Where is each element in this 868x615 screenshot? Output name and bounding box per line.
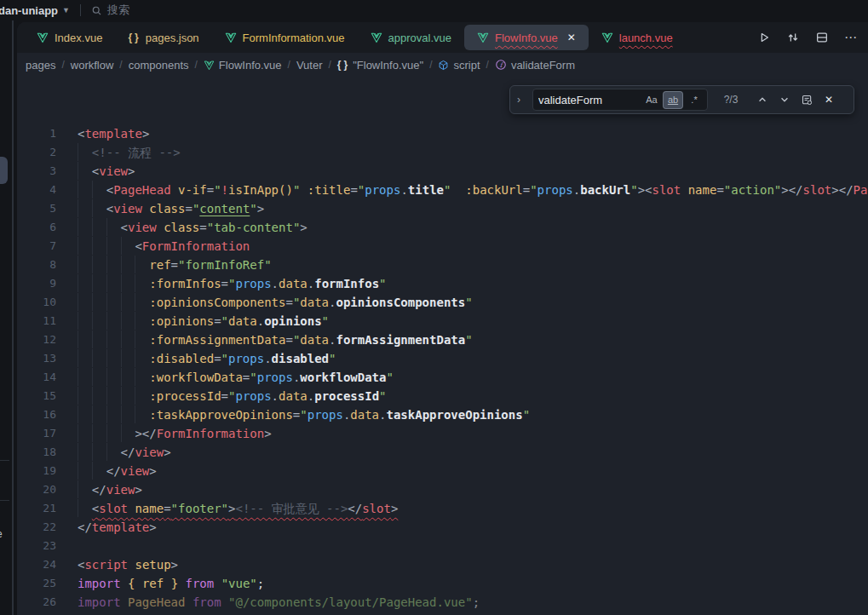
- vue-icon: [37, 32, 49, 43]
- line-number: 4: [17, 181, 56, 199]
- code-line: 26import PageHead from "@/components/lay…: [17, 593, 868, 612]
- tab-label: FormInformation.vue: [243, 32, 345, 44]
- breadcrumb-separator: /: [429, 59, 432, 71]
- code-editor[interactable]: 1<template>2<!-- 流程 -->3<view>4<PageHead…: [17, 77, 868, 612]
- breadcrumb-pages[interactable]: pages: [26, 59, 55, 72]
- panel-text-fragment: e: [0, 528, 5, 540]
- line-number: 10: [17, 293, 56, 312]
- tab-bar: Index.vue { } pages.json FormInformation…: [17, 22, 868, 53]
- tab-index-vue[interactable]: Index.vue: [24, 25, 115, 50]
- tab-label: launch.vue: [619, 32, 673, 44]
- search-label: 搜索: [107, 3, 129, 18]
- code-line: 1<template>: [17, 124, 868, 143]
- toggle-replace-icon[interactable]: ›: [517, 94, 527, 106]
- code-line: 15:processId="props.data.processId": [17, 387, 868, 405]
- breadcrumb-flowinfo-file[interactable]: FlowInfo.vue: [204, 59, 282, 72]
- find-input[interactable]: [533, 94, 642, 106]
- breadcrumb-workflow[interactable]: workflow: [71, 59, 114, 72]
- svg-text:f: f: [500, 61, 504, 69]
- vue-icon: [477, 32, 489, 43]
- code-line: 12:formAssignmentData="data.formAssignme…: [17, 330, 868, 349]
- run-icon[interactable]: [756, 29, 773, 46]
- line-number: 7: [17, 237, 56, 256]
- breadcrumb-vuter[interactable]: Vuter: [296, 59, 323, 72]
- line-number: 22: [17, 518, 56, 537]
- line-number: 24: [17, 555, 56, 574]
- code-line: 18</view>: [17, 443, 868, 462]
- tab-launch-vue[interactable]: launch.vue: [589, 25, 686, 50]
- tab-forminformation-vue[interactable]: FormInformation.vue: [212, 25, 358, 50]
- project-switcher[interactable]: dan-uniapp ▼: [0, 4, 70, 17]
- line-number: 26: [17, 593, 56, 612]
- project-name: dan-uniapp: [0, 4, 58, 17]
- line-number: 12: [17, 330, 56, 349]
- panel-handle[interactable]: [0, 157, 8, 184]
- line-number: 20: [17, 480, 56, 499]
- editor-group: Index.vue { } pages.json FormInformation…: [17, 22, 868, 615]
- panel-divider[interactable]: [12, 20, 14, 615]
- line-number: 5: [17, 199, 56, 218]
- breadcrumb-separator: /: [195, 59, 198, 71]
- line-number: 17: [17, 424, 56, 443]
- code-line: 13:disabled="props.disabled": [17, 349, 868, 368]
- editor-actions: ⋯: [756, 29, 863, 46]
- breadcrumb-flowinfo-symbol[interactable]: { } "FlowInfo.vue": [337, 59, 423, 72]
- global-search[interactable]: 搜索: [91, 3, 129, 18]
- breadcrumb-script[interactable]: script: [438, 59, 480, 72]
- find-options: Aa ab .*: [642, 92, 707, 108]
- search-icon: [91, 5, 102, 16]
- panel-divider-fragment: [0, 500, 9, 501]
- code-line: 3<view>: [17, 162, 868, 181]
- breadcrumb-validateform[interactable]: f validateForm: [495, 59, 575, 72]
- tab-label: FlowInfo.vue: [495, 32, 558, 44]
- method-icon: f: [495, 59, 507, 71]
- code-lines: 1<template>2<!-- 流程 -->3<view>4<PageHead…: [17, 124, 868, 612]
- match-case-toggle[interactable]: Aa: [642, 92, 661, 108]
- code-line: 2<!-- 流程 -->: [17, 143, 868, 162]
- open-changes-icon[interactable]: [785, 29, 802, 46]
- code-line: 11:opinions="data.opinions": [17, 312, 868, 330]
- tab-flowinfo-vue[interactable]: FlowInfo.vue ✕: [464, 25, 589, 50]
- line-number: 13: [17, 349, 56, 368]
- breadcrumb-separator: /: [288, 59, 290, 71]
- line-number: 3: [17, 162, 56, 181]
- chevron-down-icon: ▼: [62, 6, 70, 14]
- close-icon[interactable]: ✕: [567, 32, 576, 43]
- code-line: 8ref="formInfoRef": [17, 256, 868, 274]
- vue-icon: [225, 32, 237, 43]
- line-number: 1: [17, 124, 56, 143]
- code-line: 14:workflowData="props.workflowData": [17, 368, 868, 387]
- next-match-icon[interactable]: [776, 91, 793, 108]
- code-line: 21<slot name="footer"><!-- 审批意见 --></slo…: [17, 499, 868, 518]
- match-count: ?/3: [713, 94, 749, 106]
- code-line: 25import { ref } from "vue";: [17, 574, 868, 593]
- vue-icon: [601, 32, 613, 43]
- line-number: 15: [17, 387, 56, 405]
- whole-word-toggle[interactable]: ab: [664, 92, 682, 108]
- line-number: 25: [17, 574, 56, 593]
- braces-icon: { }: [337, 59, 348, 71]
- main-area: e Index.vue { } pages.json Fo: [0, 20, 868, 615]
- breadcrumb: pages / workflow / components / FlowInfo…: [17, 53, 868, 77]
- code-line: 9:formInfos="props.data.formInfos": [17, 274, 868, 293]
- tab-approval-vue[interactable]: approval.vue: [358, 25, 464, 50]
- find-in-selection-icon[interactable]: [798, 91, 815, 108]
- breadcrumb-components[interactable]: components: [129, 59, 189, 72]
- more-actions-icon[interactable]: ⋯: [842, 29, 859, 46]
- regex-toggle[interactable]: .*: [685, 92, 704, 108]
- code-line: 23: [17, 537, 868, 555]
- tab-pages-json[interactable]: { } pages.json: [115, 25, 211, 50]
- code-line: 10:opinionsComponents="data.opinionsComp…: [17, 293, 868, 312]
- code-line: 24<script setup>: [17, 555, 868, 574]
- code-line: 16:taskApproveOpinions="props.data.taskA…: [17, 405, 868, 424]
- title-bar: dan-uniapp ▼ 搜索: [0, 0, 868, 20]
- split-editor-icon[interactable]: [813, 29, 831, 46]
- breadcrumb-separator: /: [119, 59, 122, 71]
- code-line: 4<PageHead v-if="!isInApp()" :title="pro…: [17, 181, 868, 199]
- code-line: 6<view class="tab-content">: [17, 218, 868, 237]
- find-input-box: Aa ab .*: [532, 89, 708, 111]
- code-line: 19</view>: [17, 462, 868, 480]
- previous-match-icon[interactable]: [754, 91, 771, 108]
- breadcrumb-separator: /: [329, 59, 331, 71]
- close-find-icon[interactable]: ✕: [820, 91, 837, 108]
